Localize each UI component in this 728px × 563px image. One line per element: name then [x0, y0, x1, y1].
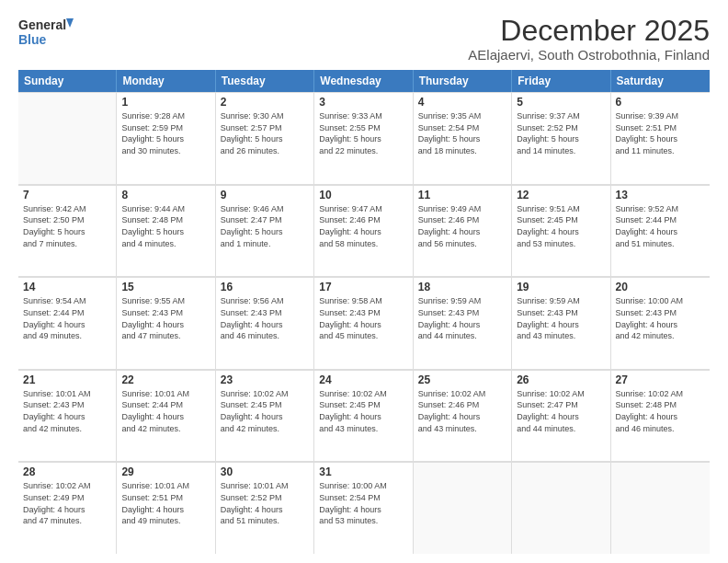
day-info: Sunrise: 9:51 AM Sunset: 2:45 PM Dayligh… — [517, 203, 605, 249]
header-saturday: Saturday — [611, 70, 710, 92]
day-info: Sunrise: 10:00 AM Sunset: 2:54 PM Daylig… — [319, 480, 407, 526]
calendar-cell-4-1: 29Sunrise: 10:01 AM Sunset: 2:51 PM Dayl… — [117, 462, 215, 554]
calendar-cell-1-0: 7Sunrise: 9:42 AM Sunset: 2:50 PM Daylig… — [18, 185, 117, 277]
calendar: Sunday Monday Tuesday Wednesday Thursday… — [18, 70, 710, 554]
day-number: 14 — [23, 281, 111, 293]
calendar-cell-4-5 — [512, 462, 610, 554]
day-number: 7 — [23, 189, 111, 201]
day-info: Sunrise: 9:47 AM Sunset: 2:46 PM Dayligh… — [319, 203, 407, 249]
calendar-cell-2-5: 19Sunrise: 9:59 AM Sunset: 2:43 PM Dayli… — [512, 277, 610, 369]
calendar-cell-2-4: 18Sunrise: 9:59 AM Sunset: 2:43 PM Dayli… — [414, 277, 512, 369]
calendar-cell-2-0: 14Sunrise: 9:54 AM Sunset: 2:44 PM Dayli… — [18, 277, 117, 369]
calendar-cell-3-6: 27Sunrise: 10:02 AM Sunset: 2:48 PM Dayl… — [611, 370, 710, 462]
day-info: Sunrise: 9:28 AM Sunset: 2:59 PM Dayligh… — [121, 110, 210, 156]
header-wednesday: Wednesday — [314, 70, 413, 92]
day-number: 8 — [121, 189, 210, 201]
day-number: 24 — [319, 373, 407, 386]
day-number: 15 — [121, 281, 210, 293]
day-number: 3 — [319, 96, 407, 109]
day-number: 23 — [221, 373, 309, 386]
calendar-cell-1-6: 13Sunrise: 9:52 AM Sunset: 2:44 PM Dayli… — [611, 185, 710, 277]
calendar-cell-2-3: 17Sunrise: 9:58 AM Sunset: 2:43 PM Dayli… — [314, 277, 413, 369]
page-header: General Blue December 2025 AElajaervi, S… — [18, 15, 710, 63]
day-info: Sunrise: 10:01 AM Sunset: 2:51 PM Daylig… — [121, 480, 210, 526]
day-info: Sunrise: 10:02 AM Sunset: 2:47 PM Daylig… — [517, 388, 605, 434]
day-number: 9 — [221, 189, 309, 201]
calendar-cell-2-6: 20Sunrise: 10:00 AM Sunset: 2:43 PM Dayl… — [611, 277, 710, 369]
day-number: 26 — [517, 373, 605, 386]
calendar-header: Sunday Monday Tuesday Wednesday Thursday… — [18, 70, 710, 92]
calendar-row-3: 21Sunrise: 10:01 AM Sunset: 2:43 PM Dayl… — [18, 370, 710, 463]
day-info: Sunrise: 9:46 AM Sunset: 2:47 PM Dayligh… — [221, 203, 309, 249]
svg-marker-2 — [66, 18, 74, 28]
calendar-cell-2-1: 15Sunrise: 9:55 AM Sunset: 2:43 PM Dayli… — [117, 277, 215, 369]
day-number: 12 — [517, 189, 605, 201]
calendar-row-2: 14Sunrise: 9:54 AM Sunset: 2:44 PM Dayli… — [18, 277, 710, 370]
calendar-cell-0-1: 1Sunrise: 9:28 AM Sunset: 2:59 PM Daylig… — [117, 92, 215, 184]
calendar-cell-0-5: 5Sunrise: 9:37 AM Sunset: 2:52 PM Daylig… — [512, 92, 610, 184]
day-number: 4 — [418, 96, 506, 109]
calendar-cell-4-0: 28Sunrise: 10:02 AM Sunset: 2:49 PM Dayl… — [18, 462, 117, 554]
calendar-cell-0-4: 4Sunrise: 9:35 AM Sunset: 2:54 PM Daylig… — [414, 92, 512, 184]
calendar-cell-3-3: 24Sunrise: 10:02 AM Sunset: 2:45 PM Dayl… — [314, 370, 413, 462]
day-number: 30 — [221, 465, 309, 478]
day-info: Sunrise: 9:56 AM Sunset: 2:43 PM Dayligh… — [221, 295, 309, 341]
day-info: Sunrise: 10:02 AM Sunset: 2:45 PM Daylig… — [221, 388, 309, 434]
calendar-row-0: 1Sunrise: 9:28 AM Sunset: 2:59 PM Daylig… — [18, 92, 710, 185]
day-number: 13 — [616, 189, 705, 201]
day-info: Sunrise: 10:02 AM Sunset: 2:48 PM Daylig… — [616, 388, 705, 434]
header-monday: Monday — [117, 70, 215, 92]
calendar-cell-3-0: 21Sunrise: 10:01 AM Sunset: 2:43 PM Dayl… — [18, 370, 117, 462]
calendar-cell-1-3: 10Sunrise: 9:47 AM Sunset: 2:46 PM Dayli… — [314, 185, 413, 277]
header-friday: Friday — [512, 70, 610, 92]
logo-svg: General Blue — [18, 15, 74, 48]
header-sunday: Sunday — [18, 70, 117, 92]
day-info: Sunrise: 9:35 AM Sunset: 2:54 PM Dayligh… — [418, 110, 506, 156]
day-info: Sunrise: 9:42 AM Sunset: 2:50 PM Dayligh… — [23, 203, 111, 249]
calendar-cell-1-1: 8Sunrise: 9:44 AM Sunset: 2:48 PM Daylig… — [117, 185, 215, 277]
calendar-cell-4-4 — [414, 462, 512, 554]
calendar-cell-1-5: 12Sunrise: 9:51 AM Sunset: 2:45 PM Dayli… — [512, 185, 610, 277]
day-number: 22 — [121, 373, 210, 386]
day-info: Sunrise: 9:30 AM Sunset: 2:57 PM Dayligh… — [221, 110, 309, 156]
day-number: 18 — [418, 281, 506, 293]
calendar-cell-3-1: 22Sunrise: 10:01 AM Sunset: 2:44 PM Dayl… — [117, 370, 215, 462]
calendar-cell-0-2: 2Sunrise: 9:30 AM Sunset: 2:57 PM Daylig… — [216, 92, 314, 184]
day-info: Sunrise: 9:37 AM Sunset: 2:52 PM Dayligh… — [517, 110, 605, 156]
day-info: Sunrise: 9:52 AM Sunset: 2:44 PM Dayligh… — [616, 203, 705, 249]
calendar-cell-0-0 — [18, 92, 117, 184]
day-number: 29 — [121, 465, 210, 478]
day-info: Sunrise: 10:00 AM Sunset: 2:43 PM Daylig… — [616, 295, 705, 341]
calendar-cell-0-6: 6Sunrise: 9:39 AM Sunset: 2:51 PM Daylig… — [611, 92, 710, 184]
day-info: Sunrise: 10:01 AM Sunset: 2:43 PM Daylig… — [23, 388, 111, 434]
day-number: 27 — [616, 373, 705, 386]
calendar-cell-3-4: 25Sunrise: 10:02 AM Sunset: 2:46 PM Dayl… — [414, 370, 512, 462]
day-number: 5 — [517, 96, 605, 109]
day-number: 19 — [517, 281, 605, 293]
title-block: December 2025 AElajaervi, South Ostrobot… — [468, 15, 710, 63]
day-number: 6 — [616, 96, 705, 109]
calendar-cell-3-5: 26Sunrise: 10:02 AM Sunset: 2:47 PM Dayl… — [512, 370, 610, 462]
svg-text:Blue: Blue — [18, 32, 47, 47]
day-info: Sunrise: 9:39 AM Sunset: 2:51 PM Dayligh… — [616, 110, 705, 156]
header-tuesday: Tuesday — [216, 70, 314, 92]
day-info: Sunrise: 9:59 AM Sunset: 2:43 PM Dayligh… — [418, 295, 506, 341]
day-number: 10 — [319, 189, 407, 201]
day-info: Sunrise: 10:02 AM Sunset: 2:46 PM Daylig… — [418, 388, 506, 434]
calendar-cell-2-2: 16Sunrise: 9:56 AM Sunset: 2:43 PM Dayli… — [216, 277, 314, 369]
day-info: Sunrise: 10:01 AM Sunset: 2:52 PM Daylig… — [221, 480, 309, 526]
day-info: Sunrise: 10:01 AM Sunset: 2:44 PM Daylig… — [121, 388, 210, 434]
day-info: Sunrise: 9:58 AM Sunset: 2:43 PM Dayligh… — [319, 295, 407, 341]
calendar-cell-4-2: 30Sunrise: 10:01 AM Sunset: 2:52 PM Dayl… — [216, 462, 314, 554]
calendar-row-4: 28Sunrise: 10:02 AM Sunset: 2:49 PM Dayl… — [18, 462, 710, 554]
day-number: 1 — [121, 96, 210, 109]
calendar-cell-1-2: 9Sunrise: 9:46 AM Sunset: 2:47 PM Daylig… — [216, 185, 314, 277]
day-info: Sunrise: 10:02 AM Sunset: 2:49 PM Daylig… — [23, 480, 111, 526]
calendar-cell-4-6 — [611, 462, 710, 554]
calendar-row-1: 7Sunrise: 9:42 AM Sunset: 2:50 PM Daylig… — [18, 185, 710, 278]
calendar-cell-3-2: 23Sunrise: 10:02 AM Sunset: 2:45 PM Dayl… — [216, 370, 314, 462]
day-number: 21 — [23, 373, 111, 386]
day-number: 17 — [319, 281, 407, 293]
day-info: Sunrise: 9:59 AM Sunset: 2:43 PM Dayligh… — [517, 295, 605, 341]
subtitle: AElajaervi, South Ostrobothnia, Finland — [468, 47, 710, 63]
